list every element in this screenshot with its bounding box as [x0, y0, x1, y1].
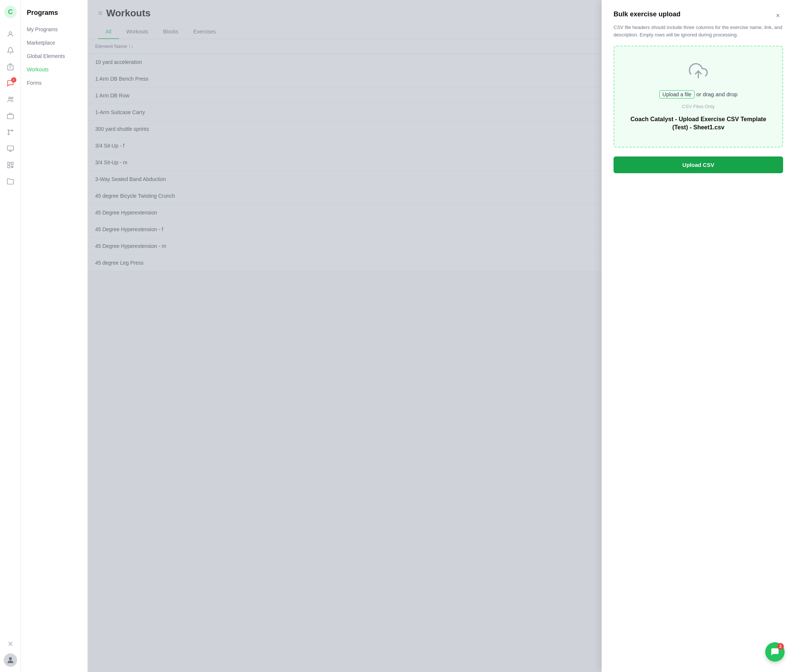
sidebar-item-global-elements[interactable]: Global Elements: [21, 50, 87, 63]
svg-point-11: [8, 133, 9, 134]
nav-briefcase-icon[interactable]: [3, 109, 18, 123]
nav-group-icon[interactable]: [3, 92, 18, 107]
sidebar: Programs My Programs Marketplace Global …: [21, 0, 88, 672]
svg-rect-9: [7, 115, 13, 119]
modal-title: Bulk exercise upload: [614, 10, 680, 18]
sidebar-item-my-programs[interactable]: My Programs: [21, 23, 87, 36]
svg-point-8: [11, 97, 13, 99]
nav-folder-icon[interactable]: [3, 174, 18, 189]
sidebar-item-marketplace[interactable]: Marketplace: [21, 36, 87, 50]
nav-bell-icon[interactable]: [3, 43, 18, 58]
modal-close-button[interactable]: ×: [773, 10, 783, 21]
svg-rect-4: [8, 65, 13, 70]
sidebar-item-workouts[interactable]: Workouts: [21, 63, 87, 76]
svg-point-10: [8, 130, 9, 131]
nav-avatar-icon[interactable]: [3, 653, 18, 667]
svg-point-25: [9, 657, 12, 660]
nav-branch-icon[interactable]: [3, 125, 18, 140]
uploaded-filename: Coach Catalyst - Upload Exercise CSV Tem…: [623, 115, 773, 132]
main-content: ≡ Workouts All Workouts Blocks Exercises…: [88, 0, 795, 672]
user-avatar[interactable]: [4, 653, 17, 667]
upload-drag-text: or drag and drop: [696, 91, 738, 98]
sidebar-title: Programs: [21, 6, 87, 23]
svg-point-2: [9, 32, 11, 34]
upload-hint: CSV Files Only: [682, 104, 715, 109]
svg-rect-18: [8, 162, 10, 165]
nav-message-icon[interactable]: 3: [3, 76, 18, 91]
svg-rect-15: [7, 146, 13, 150]
svg-rect-20: [8, 166, 10, 168]
bulk-upload-modal: Bulk exercise upload × CSV file headers …: [602, 0, 795, 672]
nav-close-icon[interactable]: [3, 636, 18, 651]
nav-monitor-icon[interactable]: [3, 141, 18, 156]
chat-badge: 2: [777, 643, 784, 650]
upload-cloud-icon: [689, 61, 708, 84]
svg-point-12: [11, 130, 13, 131]
upload-dropzone[interactable]: Upload a file or drag and drop CSV Files…: [614, 46, 783, 147]
nav-clipboard-icon[interactable]: [3, 59, 18, 74]
message-badge: 3: [11, 77, 16, 83]
svg-text:C: C: [8, 8, 13, 16]
nav-person-icon[interactable]: [3, 27, 18, 42]
svg-rect-19: [11, 162, 13, 165]
svg-point-7: [8, 97, 10, 99]
upload-file-link[interactable]: Upload a file: [659, 90, 695, 99]
icon-bar: C 3: [0, 0, 21, 672]
nav-grid-icon[interactable]: [3, 158, 18, 173]
app-logo[interactable]: C: [3, 5, 18, 19]
upload-csv-button[interactable]: Upload CSV: [614, 157, 783, 173]
modal-description: CSV file headers should include three co…: [614, 24, 783, 38]
sidebar-item-forms[interactable]: Forms: [21, 76, 87, 90]
upload-text-row: Upload a file or drag and drop: [659, 90, 738, 99]
chat-button[interactable]: 2: [765, 642, 785, 662]
modal-header: Bulk exercise upload ×: [614, 10, 783, 21]
